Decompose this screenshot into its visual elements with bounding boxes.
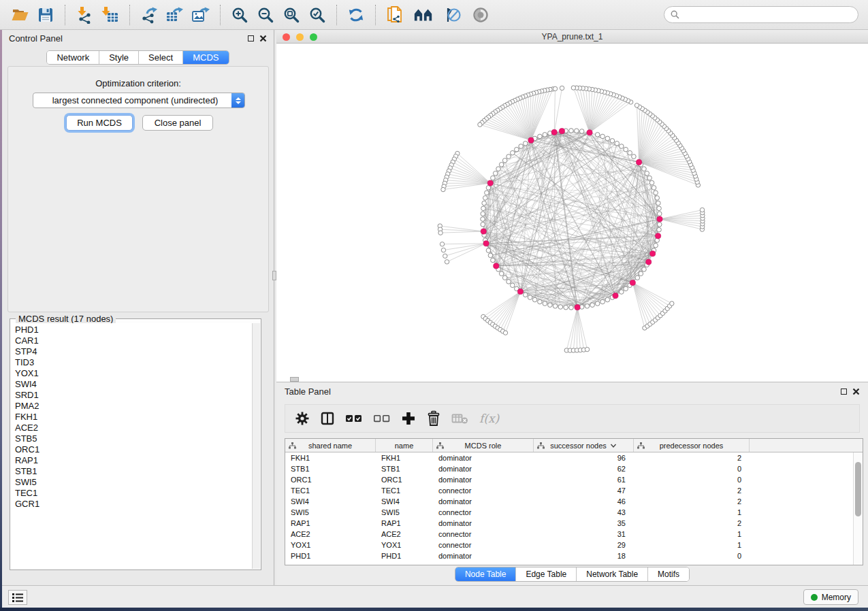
tab-edge-table[interactable]: Edge Table (516, 567, 577, 581)
graph-node[interactable] (670, 301, 674, 306)
close-panel-icon[interactable] (259, 35, 267, 42)
graph-node[interactable] (523, 293, 528, 297)
zoom-fit-icon[interactable] (281, 5, 302, 25)
graph-node[interactable] (548, 303, 553, 308)
tab-node-table[interactable]: Node Table (455, 567, 517, 581)
graph-node[interactable] (585, 347, 589, 351)
graph-node[interactable] (639, 271, 643, 276)
show-hide-graphics-icon[interactable] (470, 5, 491, 25)
task-history-button[interactable] (8, 590, 27, 605)
graph-node[interactable] (441, 187, 445, 191)
graph-node[interactable] (538, 299, 543, 304)
graph-node[interactable] (481, 217, 485, 222)
table-scrollbar[interactable] (853, 452, 863, 565)
network-titlebar[interactable]: YPA_prune.txt_1 (276, 30, 868, 44)
settings-gear-icon[interactable] (295, 411, 310, 426)
result-list-item[interactable]: STB1 (15, 466, 252, 477)
graph-node[interactable] (610, 139, 615, 144)
graph-node[interactable] (538, 134, 543, 139)
graph-node[interactable] (569, 129, 574, 133)
graph-node[interactable] (543, 133, 547, 137)
graph-node[interactable] (519, 144, 524, 149)
graph-node[interactable] (491, 258, 496, 263)
graph-node[interactable] (571, 86, 575, 90)
result-list-item[interactable]: SWI5 (15, 477, 252, 488)
close-panel-button[interactable]: Close panel (142, 115, 213, 131)
graph-node[interactable] (564, 305, 568, 310)
graph-node[interactable] (657, 222, 662, 227)
run-mcds-button[interactable]: Run MCDS (66, 115, 133, 131)
table-row[interactable]: FKH1FKH1dominator962 (285, 452, 853, 463)
graph-dominator-node[interactable] (650, 251, 656, 257)
graph-node[interactable] (553, 304, 558, 309)
graph-node[interactable] (523, 141, 528, 146)
table-row[interactable]: RAP1RAP1dominator352 (285, 518, 853, 529)
add-column-icon[interactable] (401, 411, 416, 426)
graph-node[interactable] (510, 150, 515, 155)
graph-node[interactable] (645, 171, 649, 176)
result-list-item[interactable]: FKH1 (15, 412, 252, 423)
graph-dominator-node[interactable] (483, 241, 489, 246)
graph-node[interactable] (438, 231, 443, 235)
graph-node[interactable] (654, 191, 658, 195)
result-list-item[interactable]: TID3 (15, 357, 252, 368)
memory-button[interactable]: Memory (803, 589, 858, 605)
graph-dominator-node[interactable] (517, 288, 523, 294)
graph-node[interactable] (595, 133, 600, 137)
zoom-in-icon[interactable] (229, 5, 250, 25)
result-list-item[interactable]: STP4 (15, 346, 252, 357)
graph-node[interactable] (532, 297, 537, 302)
graph-node[interactable] (528, 295, 532, 300)
graph-node[interactable] (585, 304, 590, 309)
graph-node[interactable] (483, 196, 487, 201)
zoom-selected-icon[interactable] (307, 5, 327, 25)
graph-node[interactable] (595, 301, 600, 306)
refresh-view-icon[interactable] (346, 5, 366, 25)
graph-node[interactable] (656, 201, 661, 205)
manage-columns-icon[interactable] (320, 411, 335, 426)
function-builder-icon[interactable]: f(x) (479, 412, 499, 425)
export-table-icon[interactable] (165, 5, 185, 25)
select-all-icon[interactable] (345, 413, 363, 424)
result-list-item[interactable]: CAR1 (15, 335, 252, 346)
graph-dominator-node[interactable] (613, 293, 618, 298)
graph-node[interactable] (590, 303, 595, 308)
graph-node[interactable] (628, 150, 632, 155)
result-list-item[interactable]: PMA2 (15, 401, 252, 412)
table-row[interactable]: SWI5SWI5connector431 (285, 507, 853, 518)
graph-node[interactable] (620, 290, 624, 295)
graph-node[interactable] (507, 154, 511, 159)
graph-node[interactable] (503, 331, 507, 335)
graph-node[interactable] (553, 86, 557, 90)
import-table-icon[interactable] (100, 5, 120, 25)
graph-node[interactable] (441, 248, 445, 252)
graph-node[interactable] (486, 186, 491, 191)
result-list-item[interactable]: PHD1 (15, 325, 252, 335)
result-list-item[interactable]: SRD1 (15, 390, 252, 401)
open-file-icon[interactable] (10, 5, 30, 25)
result-list-item[interactable]: ORC1 (15, 444, 252, 455)
graph-dominator-node[interactable] (481, 229, 486, 234)
table-row[interactable]: STB1STB1dominator620 (285, 463, 853, 474)
graph-node[interactable] (635, 276, 640, 280)
graph-node[interactable] (499, 163, 504, 167)
column-header-MCDS-role[interactable]: MCDS role (433, 439, 534, 452)
delete-table-icon[interactable] (451, 412, 469, 425)
graph-node[interactable] (496, 167, 501, 171)
graph-dominator-node[interactable] (494, 263, 499, 269)
graph-node[interactable] (478, 122, 482, 127)
network-overview-icon[interactable] (413, 5, 434, 25)
graph-node[interactable] (652, 186, 656, 191)
graph-node[interactable] (634, 103, 639, 108)
graph-node[interactable] (482, 201, 487, 205)
graph-node[interactable] (485, 191, 489, 195)
graph-dominator-node[interactable] (630, 280, 635, 285)
result-list-item[interactable]: TEC1 (15, 488, 252, 499)
graph-node[interactable] (657, 206, 662, 211)
graph-node[interactable] (642, 267, 647, 272)
optimization-criterion-dropdown[interactable]: largest connected component (undirected) (33, 93, 245, 108)
graph-node[interactable] (491, 176, 496, 180)
graph-node[interactable] (507, 280, 511, 284)
graph-node[interactable] (515, 147, 519, 152)
zoom-out-icon[interactable] (255, 5, 276, 25)
